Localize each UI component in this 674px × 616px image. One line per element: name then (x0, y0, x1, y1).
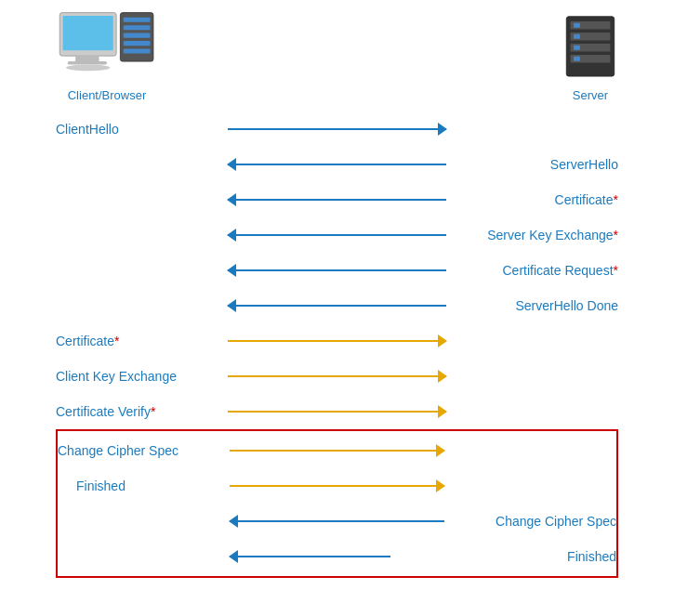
svg-rect-1 (63, 16, 113, 50)
arrow-client-key-exchange (228, 367, 446, 386)
label-certificate-2: Certificate* (56, 334, 228, 348)
arrow-server-key-exchange (228, 226, 446, 244)
svg-point-10 (66, 64, 110, 71)
label-change-cipher-spec-1: Change Cipher Spec (58, 443, 230, 458)
label-client-hello: ClientHello (56, 122, 228, 137)
row-client-key-exchange: Client Key Exchange (56, 359, 618, 394)
server-actor: Server (562, 14, 618, 102)
arrow-line-server-key-exchange (228, 234, 446, 236)
arrow-line-server-hello (228, 164, 446, 165)
svg-rect-19 (574, 57, 580, 61)
svg-rect-17 (574, 34, 580, 39)
client-actor: Client/Browser (56, 9, 158, 102)
row-change-cipher-spec-1: Change Cipher Spec (58, 433, 616, 468)
row-certificate-1: Certificate* (56, 182, 618, 217)
arrow-certificate-verify (228, 402, 446, 421)
arrow-line-certificate-verify (228, 411, 446, 413)
row-server-hello-done: ServerHello Done (56, 288, 618, 323)
row-client-hello: ClientHello (56, 111, 618, 147)
arrow-line-client-key-exchange (228, 375, 446, 377)
server-icon (562, 14, 618, 84)
arrow-change-cipher-spec-1 (230, 441, 444, 460)
arrow-server-hello-done (228, 296, 446, 315)
arrow-line-certificate-1 (228, 199, 446, 201)
row-certificate-request: Certificate Request* (56, 253, 618, 288)
client-label: Client/Browser (68, 88, 147, 102)
svg-rect-3 (68, 61, 107, 64)
messages-area: ClientHello ServerHello Certificate* (19, 111, 655, 578)
row-finished-1: Finished (58, 468, 616, 504)
svg-rect-18 (574, 46, 580, 50)
arrow-line-certificate-2 (228, 340, 446, 342)
arrow-line-certificate-request (228, 269, 446, 271)
actors-row: Client/Browser Server (19, 9, 655, 102)
cipher-spec-box: Change Cipher Spec Finished (56, 429, 618, 578)
arrow-line-finished-2 (230, 556, 390, 557)
arrow-line-change-cipher-spec-1 (230, 450, 444, 452)
svg-rect-16 (574, 23, 580, 28)
svg-rect-2 (75, 56, 99, 62)
svg-rect-5 (124, 18, 151, 22)
row-certificate-2: Certificate* .arrow-line.gold.arrow-righ… (56, 323, 618, 359)
row-server-hello: ServerHello (56, 147, 618, 182)
label-finished-2: Finished (444, 549, 616, 564)
arrow-finished-1 (230, 477, 444, 495)
arrow-line-server-hello-done (228, 305, 446, 307)
arrow-certificate-2: .arrow-line.gold.arrow-right::after { bo… (228, 332, 446, 350)
arrow-server-hello (228, 155, 446, 174)
row-change-cipher-spec-2: Change Cipher Spec (58, 504, 616, 539)
row-finished-2: Finished (58, 539, 616, 574)
row-certificate-verify: Certificate Verify* (56, 394, 618, 429)
arrow-certificate-1 (228, 190, 446, 209)
label-certificate-request: Certificate Request* (446, 263, 618, 278)
label-certificate-1: Certificate* (446, 192, 618, 207)
svg-rect-9 (124, 49, 151, 54)
arrow-line-client-hello (228, 128, 446, 130)
arrow-finished-2 (230, 547, 444, 566)
label-server-hello: ServerHello (446, 157, 618, 172)
svg-rect-7 (124, 33, 151, 38)
label-server-key-exchange: Server Key Exchange* (446, 228, 618, 242)
arrow-client-hello (228, 120, 446, 138)
label-change-cipher-spec-2: Change Cipher Spec (444, 514, 616, 529)
label-client-key-exchange: Client Key Exchange (56, 369, 228, 384)
client-icon (56, 9, 158, 84)
label-server-hello-done: ServerHello Done (446, 298, 618, 313)
label-certificate-verify: Certificate Verify* (56, 404, 228, 419)
svg-rect-6 (124, 25, 151, 30)
arrow-certificate-request (228, 261, 446, 280)
arrow-change-cipher-spec-2 (230, 512, 444, 531)
arrow-line-change-cipher-spec-2 (230, 520, 444, 522)
label-finished-1: Finished (58, 478, 230, 493)
diagram-container: Client/Browser Server ClientHello (0, 0, 674, 616)
server-label: Server (573, 88, 608, 102)
arrow-line-finished-1 (230, 485, 444, 487)
row-server-key-exchange: Server Key Exchange* (56, 217, 618, 253)
svg-rect-8 (124, 41, 151, 46)
